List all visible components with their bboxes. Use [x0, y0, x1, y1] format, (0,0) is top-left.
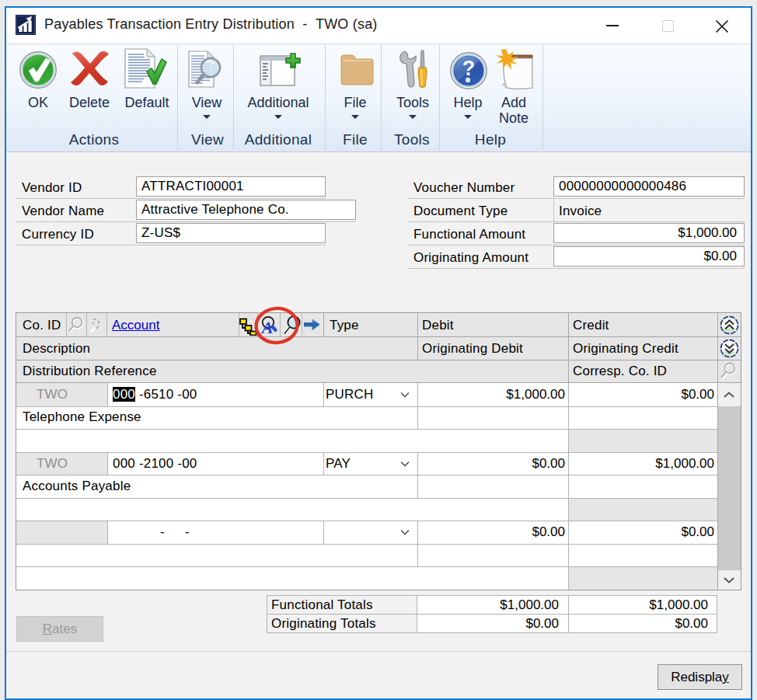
svg-text:?: ? [462, 57, 476, 80]
